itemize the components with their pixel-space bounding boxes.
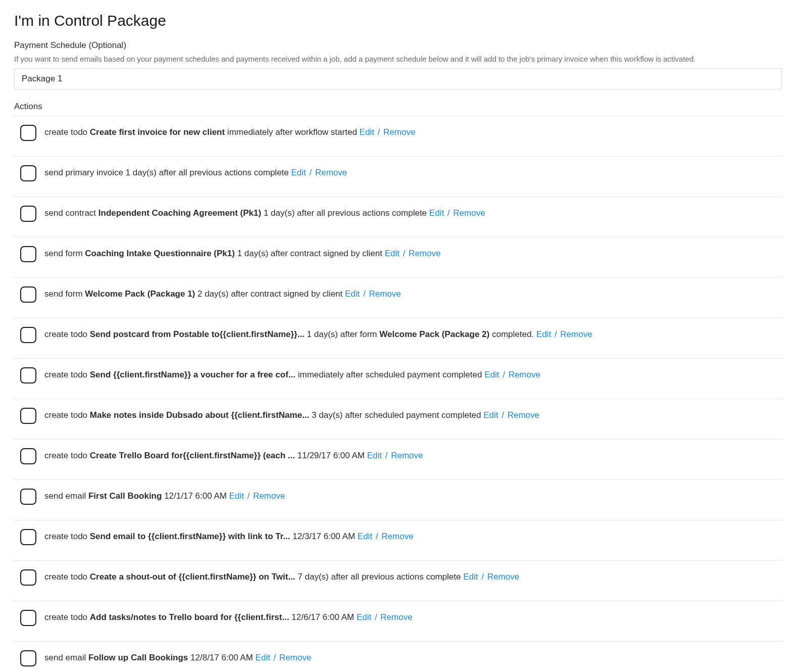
edit-link[interactable]: Edit <box>536 329 551 339</box>
edit-link[interactable]: Edit <box>429 208 444 218</box>
link-separator: / <box>500 410 507 420</box>
edit-link[interactable]: Edit <box>256 653 270 662</box>
action-row: send email First Call Booking 12/1/17 6:… <box>14 480 782 520</box>
action-suffix: completed. <box>489 329 536 339</box>
action-text: send contract Independent Coaching Agree… <box>44 205 485 219</box>
remove-link[interactable]: Remove <box>315 168 347 177</box>
link-separator: / <box>445 208 452 218</box>
action-row: send email Follow up Call Bookings 12/8/… <box>14 642 782 672</box>
action-text: create todo Make notes inside Dubsado ab… <box>44 407 539 421</box>
link-separator: / <box>373 532 380 541</box>
action-text: send form Welcome Pack (Package 1) 2 day… <box>44 286 401 300</box>
action-row: create todo Create Trello Board for{{cli… <box>14 440 782 480</box>
action-row: send primary invoice 1 day(s) after all … <box>14 157 782 197</box>
action-mid: 12/8/17 6:00 AM <box>188 653 255 662</box>
action-row: send form Welcome Pack (Package 1) 2 day… <box>14 278 782 318</box>
action-text: create todo Send email to {{client.first… <box>44 529 414 543</box>
action-row: create todo Create a shout-out of {{clie… <box>14 561 782 601</box>
action-bold: Make notes inside Dubsado about {{client… <box>90 410 310 420</box>
remove-link[interactable]: Remove <box>453 208 485 218</box>
action-mid: immediately after workflow started <box>225 127 359 137</box>
remove-link[interactable]: Remove <box>409 249 440 258</box>
actions-list: create todo Create first invoice for new… <box>14 116 782 672</box>
link-separator: / <box>372 612 379 622</box>
action-text: send email Follow up Call Bookings 12/8/… <box>44 650 311 664</box>
remove-link[interactable]: Remove <box>508 410 539 420</box>
remove-link[interactable]: Remove <box>253 491 285 501</box>
edit-link[interactable]: Edit <box>360 127 374 137</box>
edit-link[interactable]: Edit <box>463 572 478 582</box>
action-checkbox[interactable] <box>20 327 36 343</box>
link-separator: / <box>307 168 314 177</box>
action-bold: Create first invoice for new client <box>90 127 225 137</box>
edit-link[interactable]: Edit <box>367 451 382 460</box>
action-checkbox[interactable] <box>20 286 36 303</box>
action-bold: Create Trello Board for{{client.firstNam… <box>90 451 295 460</box>
action-text: create todo Create a shout-out of {{clie… <box>44 569 519 583</box>
action-prefix: create todo <box>44 572 90 582</box>
action-checkbox[interactable] <box>20 165 36 181</box>
action-mid: immediately after scheduled payment comp… <box>295 370 484 379</box>
action-bold: Send email to {{client.firstName}} with … <box>90 532 290 541</box>
edit-link[interactable]: Edit <box>345 289 360 299</box>
action-mid: 1 day(s) after all previous actions comp… <box>261 208 429 218</box>
edit-link[interactable]: Edit <box>358 532 372 541</box>
action-prefix: create todo <box>44 127 90 137</box>
action-text: create todo Create first invoice for new… <box>44 124 415 138</box>
action-checkbox[interactable] <box>20 125 36 141</box>
action-checkbox[interactable] <box>20 246 36 262</box>
action-prefix: send email <box>44 653 88 662</box>
remove-link[interactable]: Remove <box>487 572 519 582</box>
remove-link[interactable]: Remove <box>381 532 413 541</box>
payment-schedule-select[interactable] <box>14 68 782 89</box>
action-bold: Coaching Intake Questionnaire (Pk1) <box>85 249 235 258</box>
remove-link[interactable]: Remove <box>509 370 540 379</box>
action-row: send form Coaching Intake Questionnaire … <box>14 237 782 278</box>
edit-link[interactable]: Edit <box>484 370 499 379</box>
link-separator: / <box>401 249 408 258</box>
edit-link[interactable]: Edit <box>357 612 371 622</box>
edit-link[interactable]: Edit <box>229 491 244 501</box>
remove-link[interactable]: Remove <box>369 289 401 299</box>
action-text: create todo Send {{client.firstName}} a … <box>44 367 540 381</box>
action-checkbox[interactable] <box>20 206 36 222</box>
remove-link[interactable]: Remove <box>391 451 423 460</box>
remove-link[interactable]: Remove <box>383 127 415 137</box>
action-bold: Independent Coaching Agreement (Pk1) <box>98 208 261 218</box>
action-bold: Welcome Pack (Package 2) <box>379 329 489 339</box>
action-checkbox[interactable] <box>20 529 36 545</box>
action-mid: 2 day(s) after contract signed by client <box>195 289 345 299</box>
action-checkbox[interactable] <box>20 408 36 424</box>
action-checkbox[interactable] <box>20 610 36 626</box>
action-prefix: send primary invoice 1 day(s) after all … <box>44 168 291 177</box>
remove-link[interactable]: Remove <box>279 653 311 662</box>
action-checkbox[interactable] <box>20 650 36 666</box>
edit-link[interactable]: Edit <box>483 410 498 420</box>
action-text: send form Coaching Intake Questionnaire … <box>44 246 440 260</box>
remove-link[interactable]: Remove <box>380 612 412 622</box>
action-prefix: create todo <box>44 451 90 460</box>
edit-link[interactable]: Edit <box>385 249 400 258</box>
action-mid: 7 day(s) after all previous actions comp… <box>295 572 464 582</box>
link-separator: / <box>361 289 368 299</box>
page-title: I'm in Control Package <box>14 10 782 31</box>
link-separator: / <box>245 491 252 501</box>
action-text: send email First Call Booking 12/1/17 6:… <box>44 488 285 502</box>
action-text: create todo Create Trello Board for{{cli… <box>44 448 423 462</box>
action-bold: Welcome Pack (Package 1) <box>85 289 195 299</box>
action-text: create todo Add tasks/notes to Trello bo… <box>44 609 413 623</box>
action-checkbox[interactable] <box>20 367 36 383</box>
action-row: create todo Send email to {{client.first… <box>14 520 782 561</box>
link-separator: / <box>500 370 507 379</box>
edit-link[interactable]: Edit <box>291 168 306 177</box>
remove-link[interactable]: Remove <box>560 329 592 339</box>
action-prefix: create todo <box>44 612 90 622</box>
action-prefix: send contract <box>44 208 98 218</box>
action-checkbox[interactable] <box>20 448 36 464</box>
action-prefix: send form <box>44 289 85 299</box>
action-prefix: create todo <box>44 329 90 339</box>
action-prefix: create todo <box>44 370 90 379</box>
action-row: create todo Send {{client.firstName}} a … <box>14 359 782 399</box>
action-checkbox[interactable] <box>20 489 36 505</box>
action-checkbox[interactable] <box>20 569 36 586</box>
